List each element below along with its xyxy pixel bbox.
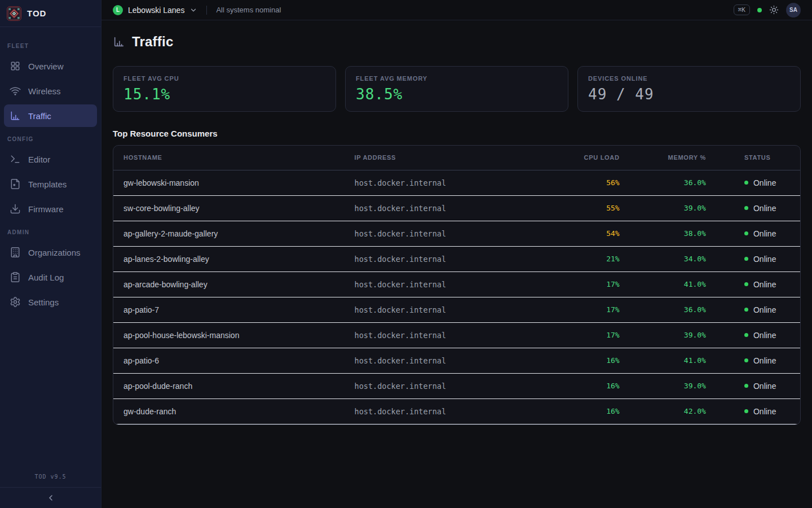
sidebar-item-label: Templates [28, 179, 67, 189]
sidebar-item-editor[interactable]: Editor [4, 148, 97, 170]
ip-cell: host.docker.internal [355, 348, 549, 373]
cpu-cell: 16% [549, 348, 635, 373]
app-logo[interactable]: TOD [0, 0, 101, 27]
cpu-cell: 16% [549, 398, 635, 424]
sidebar-item-wireless[interactable]: Wireless [4, 80, 97, 102]
status-text: Online [753, 407, 776, 416]
memory-cell: 38.0% [636, 221, 731, 246]
status-cell: Online [731, 322, 800, 348]
download-icon [10, 203, 21, 214]
hostname-cell: ap-patio-6 [113, 348, 355, 373]
ip-cell: host.docker.internal [355, 373, 549, 398]
online-dot-icon [744, 384, 748, 388]
theme-toggle-button[interactable] [769, 5, 779, 15]
topbar-divider [206, 6, 207, 15]
status-text: Online [753, 305, 776, 314]
ip-cell: host.docker.internal [355, 170, 549, 195]
table-row[interactable]: ap-gallery-2-maude-gallery host.docker.i… [113, 221, 800, 246]
org-switcher[interactable]: L Lebowski Lanes [113, 5, 197, 15]
gear-icon [10, 296, 21, 308]
status-cell: Online [731, 246, 800, 271]
column-header-status: STATUS [731, 146, 800, 170]
status-text: Online [753, 280, 776, 289]
table-row[interactable]: sw-core-bowling-alley host.docker.intern… [113, 195, 800, 221]
stat-label: FLEET AVG MEMORY [356, 75, 558, 82]
sidebar-item-overview[interactable]: Overview [4, 55, 97, 77]
hostname-cell: sw-core-bowling-alley [113, 195, 355, 221]
hostname-cell: ap-lanes-2-bowling-alley [113, 246, 355, 271]
sidebar-section-label: ADMIN [7, 229, 93, 235]
table-row[interactable]: gw-dude-ranch host.docker.internal 16% 4… [113, 398, 800, 424]
table-row[interactable]: gw-lebowski-mansion host.docker.internal… [113, 170, 800, 195]
topbar: L Lebowski Lanes All systems nominal ⌘K … [102, 0, 812, 20]
status-text: Online [753, 331, 776, 340]
sidebar-item-label: Settings [28, 297, 59, 307]
stat-card: FLEET AVG CPU 15.1% [113, 66, 336, 112]
sidebar-nav: FLEET Overview Wireless Traffic CONFIG E… [0, 27, 101, 469]
stat-card: DEVICES ONLINE 49 / 49 [577, 66, 801, 112]
online-dot-icon [744, 282, 748, 286]
online-dot-icon [744, 231, 748, 235]
topbar-actions: ⌘K SA [734, 3, 801, 17]
hostname-cell: gw-dude-ranch [113, 398, 355, 424]
table-row[interactable]: ap-patio-6 host.docker.internal 16% 41.0… [113, 348, 800, 373]
building-icon [10, 247, 21, 258]
memory-cell: 39.0% [636, 373, 731, 398]
status-text: Online [753, 178, 776, 187]
sidebar-item-settings[interactable]: Settings [4, 291, 97, 313]
sidebar-item-label: Audit Log [28, 273, 64, 282]
memory-cell: 39.0% [636, 322, 731, 348]
status-text: Online [753, 356, 776, 365]
ip-cell: host.docker.internal [355, 398, 549, 424]
cpu-cell: 54% [549, 221, 635, 246]
sidebar-item-organizations[interactable]: Organizations [4, 241, 97, 264]
table-row[interactable]: ap-lanes-2-bowling-alley host.docker.int… [113, 246, 800, 271]
hostname-cell: ap-pool-house-lebowski-mansion [113, 322, 355, 348]
memory-cell: 41.0% [636, 271, 731, 297]
stat-card: FLEET AVG MEMORY 38.5% [345, 66, 568, 112]
ip-cell: host.docker.internal [355, 322, 549, 348]
sidebar-item-audit-log[interactable]: Audit Log [4, 266, 97, 288]
sidebar-item-templates[interactable]: Templates [4, 173, 97, 195]
rug-logo-icon [7, 6, 21, 21]
sidebar-footer: TOD v9.5 [0, 469, 101, 508]
cpu-cell: 17% [549, 322, 635, 348]
table-row[interactable]: ap-patio-7 host.docker.internal 17% 36.0… [113, 297, 800, 322]
chevron-down-icon [189, 6, 197, 14]
sidebar-item-label: Overview [28, 62, 64, 71]
table-row[interactable]: ap-pool-house-lebowski-mansion host.dock… [113, 322, 800, 348]
sidebar-collapse-button[interactable] [0, 487, 101, 508]
sidebar-section: ADMIN Organizations Audit Log Settings [0, 229, 101, 314]
terminal-icon [10, 154, 21, 165]
online-dot-icon [744, 206, 748, 210]
status-cell: Online [731, 348, 800, 373]
sidebar-item-firmware[interactable]: Firmware [4, 198, 97, 220]
user-avatar[interactable]: SA [786, 3, 801, 17]
chevron-left-icon [46, 493, 55, 502]
org-name: Lebowski Lanes [128, 6, 184, 15]
sidebar-item-label: Firmware [28, 204, 64, 214]
file-icon [10, 178, 21, 190]
memory-cell: 34.0% [636, 246, 731, 271]
table-row[interactable]: ap-pool-dude-ranch host.docker.internal … [113, 373, 800, 398]
sidebar-section-label: FLEET [7, 43, 93, 49]
sidebar-item-label: Organizations [28, 248, 81, 257]
table-row[interactable]: ap-arcade-bowling-alley host.docker.inte… [113, 271, 800, 297]
app-name: TOD [27, 8, 46, 18]
command-palette-shortcut[interactable]: ⌘K [734, 5, 750, 15]
status-cell: Online [731, 398, 800, 424]
sidebar-section: FLEET Overview Wireless Traffic [0, 43, 101, 128]
status-cell: Online [731, 195, 800, 221]
ip-cell: host.docker.internal [355, 297, 549, 322]
online-dot-icon [744, 181, 748, 185]
sidebar-item-traffic[interactable]: Traffic [4, 104, 97, 127]
table-section-title: Top Resource Consumers [113, 129, 801, 138]
column-header-hostname: HOSTNAME [113, 146, 355, 170]
sidebar-item-label: Wireless [28, 86, 61, 96]
ip-cell: host.docker.internal [355, 246, 549, 271]
sidebar: TOD FLEET Overview Wireless Traffic CONF… [0, 0, 102, 508]
ip-cell: host.docker.internal [355, 221, 549, 246]
main-area: L Lebowski Lanes All systems nominal ⌘K … [102, 0, 812, 508]
wifi-icon [10, 85, 21, 97]
status-cell: Online [731, 170, 800, 195]
